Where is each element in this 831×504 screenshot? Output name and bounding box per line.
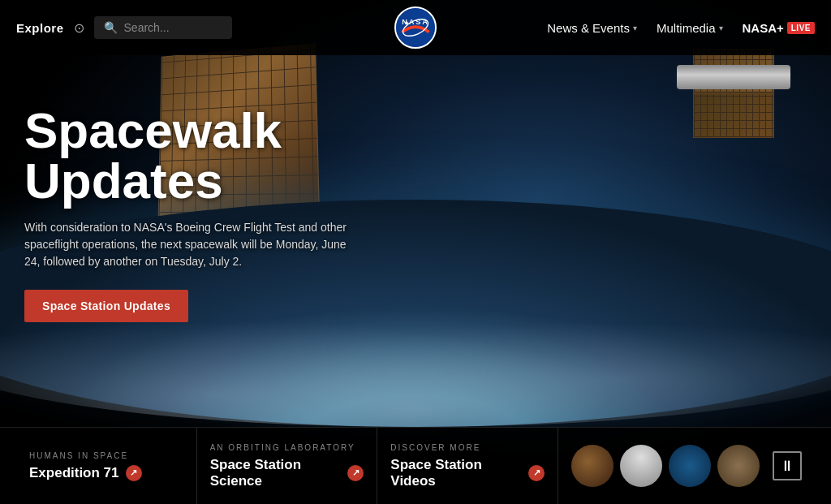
space-station-top-right [612,49,790,138]
multimedia-nav[interactable]: Multimedia ▾ [657,21,723,35]
explore-label[interactable]: Explore [16,21,64,35]
videos-category-label: DISCOVER MORE [390,443,545,452]
svg-point-3 [405,22,408,25]
science-category-label: AN ORBITING LABORATORY [210,443,364,452]
navbar-right: News & Events ▾ Multimedia ▾ NASA+ LIVE [547,21,815,35]
multimedia-chevron: ▾ [719,24,723,32]
videos-arrow-icon: ↗ [528,465,545,481]
nasa-plus-label: NASA+ [743,21,784,35]
navbar-left: Explore ⊙ 🔍 [16,16,232,39]
bottom-item-expedition[interactable]: HUMANS IN SPACE Expedition 71 ↗ [16,428,197,504]
bottom-bar: HUMANS IN SPACE Expedition 71 ↗ AN ORBIT… [0,427,831,504]
search-icon: 🔍 [104,21,118,34]
science-title: Space Station Science ↗ [210,457,364,489]
news-events-label: News & Events [547,21,630,35]
thumbnail-2[interactable] [620,445,662,487]
search-input[interactable] [124,21,222,34]
explore-icon: ⊙ [74,20,84,36]
hero-content: Spacewalk Updates With consideration to … [24,106,406,322]
news-events-chevron: ▾ [633,24,637,32]
space-station-updates-button[interactable]: Space Station Updates [24,290,188,322]
thumbnail-3[interactable] [669,445,711,487]
search-box[interactable]: 🔍 [94,16,232,39]
science-arrow-icon: ↗ [347,465,364,481]
pause-icon: ⏸ [780,459,794,473]
news-events-nav[interactable]: News & Events ▾ [547,21,637,35]
expedition-category-label: HUMANS IN SPACE [29,451,183,460]
nasa-logo[interactable]: NASA [394,6,437,49]
pause-button[interactable]: ⏸ [773,451,802,480]
bottom-item-science[interactable]: AN ORBITING LABORATORY Space Station Sci… [197,428,378,504]
thumbnail-4[interactable] [717,445,760,487]
expedition-arrow-icon: ↗ [126,465,142,481]
thumbnail-strip: ⏸ [558,445,815,487]
expedition-title: Expedition 71 ↗ [29,465,183,481]
live-badge: LIVE [787,22,815,34]
navbar: Explore ⊙ 🔍 NASA News & Events [0,0,831,55]
thumbnail-1[interactable] [571,445,614,487]
videos-title: Space Station Videos ↗ [390,457,545,489]
nasa-plus-nav[interactable]: NASA+ LIVE [743,21,816,35]
bottom-item-videos[interactable]: DISCOVER MORE Space Station Videos ↗ [377,428,558,504]
hero-title: Spacewalk Updates [24,106,406,206]
hero-description: With consideration to NASA's Boeing Crew… [24,219,349,270]
multimedia-label: Multimedia [657,21,716,35]
